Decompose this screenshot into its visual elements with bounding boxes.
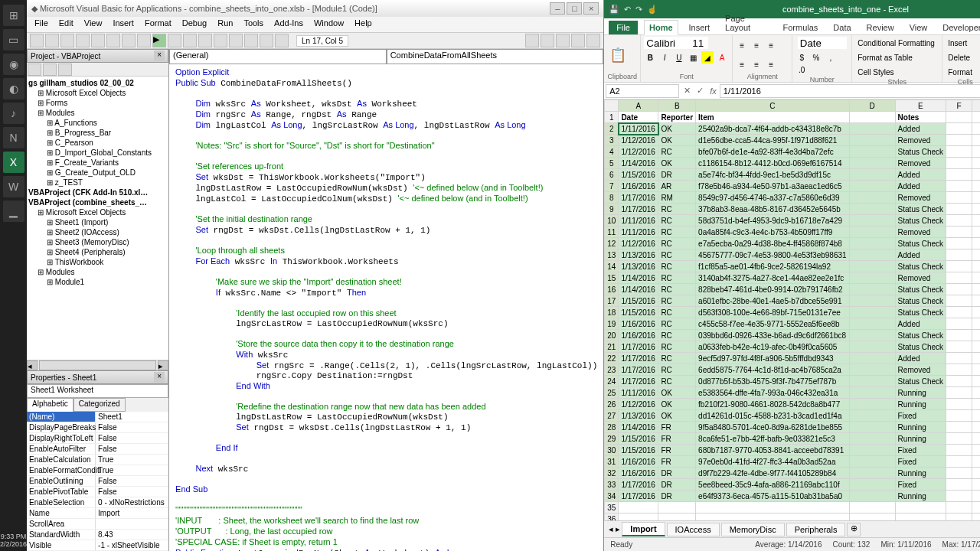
menu-file[interactable]: File <box>30 17 53 32</box>
tb-browser[interactable] <box>244 34 258 47</box>
tree-node[interactable]: VBAProject (CFK Add-In 510.xl… <box>28 187 167 197</box>
proj-view-code[interactable] <box>28 64 41 76</box>
close-button[interactable]: × <box>583 2 599 15</box>
tree-node[interactable]: ⊞ G_Create_Output_OLD <box>28 168 167 178</box>
number-format[interactable] <box>798 37 847 49</box>
tree-node[interactable]: ⊞ Module1 <box>28 277 167 287</box>
task-music[interactable]: ♪ <box>3 103 24 124</box>
tree-node[interactable]: ⊞ C_Pearson <box>28 138 167 148</box>
prop-row[interactable]: EnableFormatConditiTrue <box>27 465 168 476</box>
tb-reset[interactable] <box>183 34 197 47</box>
menu-format[interactable]: Format <box>140 17 176 32</box>
tb-help[interactable] <box>275 34 289 47</box>
start-button[interactable]: ⊞ <box>3 5 24 26</box>
tb-break[interactable] <box>168 34 181 47</box>
clock[interactable]: 9:33 PM 2/2/2016 <box>0 530 27 551</box>
tree-node[interactable]: ⊞ z_TEST <box>28 178 167 187</box>
tab-home[interactable]: Home <box>644 20 678 35</box>
properties-close[interactable]: × <box>154 372 165 383</box>
tree-node[interactable]: ⊞ Modules <box>28 267 167 277</box>
tb-view[interactable] <box>30 34 44 47</box>
menu-help[interactable]: Help <box>350 17 377 32</box>
tab-pagelayout[interactable]: Page Layout <box>720 11 772 34</box>
align-top[interactable]: ≡ <box>736 39 748 51</box>
format-table[interactable]: Format as Table <box>855 51 915 64</box>
tb-run[interactable]: ▶ <box>152 34 166 47</box>
tb-outdent[interactable] <box>525 34 539 47</box>
tb-design[interactable] <box>198 34 212 47</box>
italic-button[interactable]: I <box>658 51 671 64</box>
fontcolor-button[interactable]: A <box>716 51 728 64</box>
menu-window[interactable]: Window <box>309 17 348 32</box>
task-cmd[interactable]: ▁ <box>3 201 24 222</box>
tb-prev-bm[interactable] <box>586 34 600 47</box>
menu-insert[interactable]: Insert <box>108 17 139 32</box>
prop-row[interactable]: Visible-1 - xlSheetVisible <box>27 540 168 551</box>
prop-row[interactable]: EnableSelection0 - xlNoRestrictions <box>27 497 168 508</box>
tab-review[interactable]: Review <box>862 21 899 34</box>
underline-button[interactable]: U <box>673 51 685 64</box>
task-browser[interactable]: ◉ <box>3 54 24 75</box>
worksheet-grid[interactable]: ABCDEFGHIJKLM1DateReporterItemNotes21/11… <box>604 99 980 520</box>
tb-cut[interactable] <box>60 34 74 47</box>
menu-edit[interactable]: Edit <box>54 17 78 32</box>
prop-row[interactable]: (Name)Sheet1 <box>27 412 168 422</box>
object-dropdown[interactable]: (General) <box>169 49 387 64</box>
format-cells[interactable]: Format <box>946 66 975 78</box>
properties-grid[interactable]: (Name)Sheet1DisplayPageBreaksFalseDispla… <box>27 412 168 551</box>
insert-cells[interactable]: Insert <box>946 37 969 49</box>
formula-input[interactable] <box>720 84 980 98</box>
comma[interactable]: , <box>825 51 837 64</box>
tb-find[interactable] <box>106 34 120 47</box>
prop-row[interactable]: EnablePivotTableFalse <box>27 487 168 497</box>
add-sheet[interactable]: ⊕ <box>847 523 861 536</box>
prop-row[interactable]: StandardWidth8.43 <box>27 530 168 540</box>
align-left[interactable]: ≡ <box>736 58 748 70</box>
proj-folders[interactable] <box>58 64 72 76</box>
enter-icon[interactable]: ✓ <box>694 86 707 96</box>
bold-button[interactable]: B <box>644 51 656 64</box>
tree-node[interactable]: gs gillham_studios 02_00_02 <box>28 78 167 88</box>
qat-touch-icon[interactable]: ☝ <box>647 5 658 15</box>
align-bot[interactable]: ≡ <box>765 39 777 51</box>
tree-node[interactable]: ⊞ Sheet3 (MemoryDisc) <box>28 237 167 247</box>
currency[interactable]: $ <box>795 51 808 64</box>
cond-format[interactable]: Conditional Formatting <box>855 37 937 49</box>
sheet-import[interactable]: Import <box>622 522 665 536</box>
paste-button[interactable]: 📋 <box>607 49 629 61</box>
minimize-button[interactable]: – <box>550 2 565 15</box>
tb-undo[interactable] <box>122 34 136 47</box>
menu-run[interactable]: Run <box>213 17 237 32</box>
tb-toolbox[interactable] <box>260 34 273 47</box>
task-explorer[interactable]: ▭ <box>3 29 24 51</box>
tb-props[interactable] <box>229 34 243 47</box>
cancel-icon[interactable]: ✕ <box>681 86 694 96</box>
prop-row[interactable]: EnableOutliningFalse <box>27 476 168 487</box>
tb-paste[interactable] <box>91 34 105 47</box>
tab-alphabetic[interactable]: Alphabetic <box>27 398 74 412</box>
tree-node[interactable]: ⊞ Microsoft Excel Objects <box>28 207 167 217</box>
tb-project[interactable] <box>214 34 227 47</box>
code-editor[interactable]: Option Explicit Public Sub CombineDataFr… <box>169 64 603 551</box>
align-center[interactable]: ≡ <box>750 58 763 70</box>
tab-insert[interactable]: Insert <box>684 21 715 34</box>
prop-row[interactable]: DisplayRightToLeftFalse <box>27 433 168 444</box>
tb-copy[interactable] <box>76 34 90 47</box>
tree-node[interactable]: ⊞ D_Import_Global_Constants <box>28 148 167 158</box>
fill-button[interactable]: ◢ <box>701 51 714 64</box>
name-box[interactable] <box>606 84 679 98</box>
menu-debug[interactable]: Debug <box>178 17 211 32</box>
prop-row[interactable]: EnableCalculationTrue <box>27 455 168 465</box>
qat-save-icon[interactable]: 💾 <box>609 5 619 15</box>
qat-undo-icon[interactable]: ↶ <box>624 5 631 15</box>
task-word[interactable]: W <box>3 176 24 197</box>
sheet-ioaccess[interactable]: IOAccess <box>667 523 720 536</box>
tree-node[interactable]: ⊞ Modules <box>28 108 167 118</box>
menu-view[interactable]: View <box>80 17 107 32</box>
sheet-memorydisc[interactable]: MemoryDisc <box>721 523 785 536</box>
sheet-nav[interactable]: ◂ ▸ <box>609 524 620 534</box>
tree-node[interactable]: ⊞ Sheet2 (IOAccess) <box>28 227 167 237</box>
tree-node[interactable]: ⊞ Sheet1 (Import) <box>28 217 167 227</box>
border-button[interactable]: ▦ <box>688 51 700 64</box>
tab-categorized[interactable]: Categorized <box>74 398 126 412</box>
